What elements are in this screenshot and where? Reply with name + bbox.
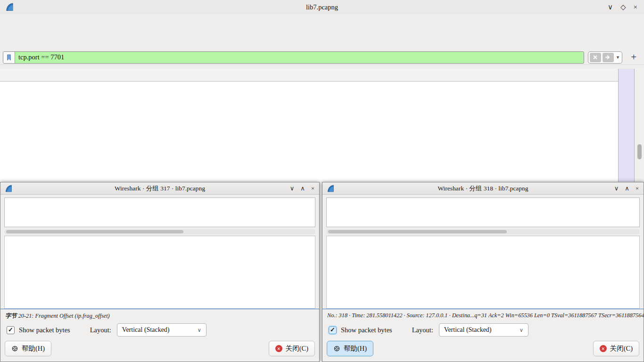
- help-button[interactable]: 帮助(H): [5, 341, 51, 356]
- packet-list-header: [0, 69, 618, 82]
- packet-bytes-pane[interactable]: [326, 236, 640, 309]
- layout-label: Layout:: [90, 326, 111, 334]
- field-status-text: 字节 20-21: Fragment Offset (ip.frag_offse…: [0, 309, 319, 321]
- close-button[interactable]: × 关闭(C): [269, 341, 315, 356]
- window-controls: ∨∧×: [614, 185, 644, 191]
- close-window-icon[interactable]: ×: [636, 185, 639, 191]
- filter-clear-button[interactable]: [590, 53, 601, 62]
- filter-action-group: ▾: [588, 51, 623, 64]
- layout-dropdown[interactable]: Vertical (Stacked) ∨: [439, 323, 528, 337]
- maximize-window-icon[interactable]: ◇: [620, 4, 626, 11]
- scrollbar-handle[interactable]: [637, 144, 642, 159]
- popup-titlebar: Wireshark · 分组 318 · lib7.pcapng ∨∧×: [322, 182, 644, 195]
- detail-buttons-row: 帮助(H) × 关闭(C): [5, 341, 315, 356]
- restore-window-icon[interactable]: ∧: [300, 185, 305, 191]
- packet-list-scrollbar[interactable]: [635, 69, 644, 182]
- layout-dropdown-value: Vertical (Stacked): [122, 326, 170, 334]
- detail-controls-row: ✓ Show packet bytes Layout: Vertical (St…: [7, 323, 314, 337]
- layout-dropdown-value: Vertical (Stacked): [444, 326, 492, 334]
- packet-bytes-pane[interactable]: [4, 236, 315, 309]
- close-window-icon[interactable]: ×: [634, 4, 637, 11]
- close-circle-icon: ×: [275, 345, 282, 352]
- main-titlebar: lib7.pcapng ∨◇×: [0, 0, 644, 14]
- show-packet-bytes-checkbox[interactable]: ✓: [329, 326, 337, 334]
- packet-detail-tree[interactable]: [4, 197, 315, 227]
- packet-detail-tree[interactable]: [326, 197, 640, 227]
- close-circle-icon: ×: [600, 345, 607, 352]
- wireshark-logo-icon: [326, 184, 335, 193]
- wireshark-logo-icon: [5, 1, 15, 13]
- window-title: lib7.pcapng: [0, 3, 644, 11]
- menu-bar: [0, 14, 644, 27]
- scrollbar-handle[interactable]: [6, 230, 183, 233]
- detail-horizontal-scrollbar[interactable]: [326, 229, 640, 234]
- help-icon: [11, 345, 18, 352]
- scrollbar-handle[interactable]: [328, 230, 507, 233]
- packet-minimap-scrollbar[interactable]: [618, 69, 635, 182]
- popup-titlebar: Wireshark · 分组 317 · lib7.pcapng ∨∧×: [0, 182, 319, 195]
- packet-summary-status-text: No.: 318 · Time: 281.558011422 · Source:…: [322, 309, 644, 321]
- filter-text: tcp.port == 7701: [15, 53, 64, 61]
- chevron-down-icon: ∨: [520, 327, 523, 333]
- layout-label: Layout:: [412, 326, 433, 334]
- packet-detail-window-317: Wireshark · 分组 317 · lib7.pcapng ∨∧× 字节 …: [0, 182, 320, 362]
- show-packet-bytes-label: Show packet bytes: [341, 326, 392, 334]
- detail-horizontal-scrollbar[interactable]: [4, 229, 315, 234]
- show-packet-bytes-checkbox[interactable]: ✓: [7, 326, 15, 334]
- filter-dropdown-caret-icon[interactable]: ▾: [615, 54, 621, 60]
- minimize-window-icon[interactable]: ∨: [608, 4, 613, 11]
- show-packet-bytes-label: Show packet bytes: [19, 326, 70, 334]
- packet-detail-window-318: Wireshark · 分组 318 · lib7.pcapng ∨∧× No.…: [322, 182, 644, 362]
- help-button[interactable]: 帮助(H): [327, 341, 373, 356]
- detail-controls-row: ✓ Show packet bytes Layout: Vertical (St…: [329, 323, 638, 337]
- window-controls: ∨◇×: [608, 4, 644, 11]
- filter-apply-button[interactable]: [603, 53, 614, 62]
- close-button[interactable]: × 关闭(C): [593, 341, 639, 356]
- filter-add-button[interactable]: +: [626, 52, 641, 62]
- chevron-down-icon: ∨: [198, 327, 201, 333]
- close-window-icon[interactable]: ×: [311, 185, 314, 191]
- filter-bookmark-button[interactable]: [3, 52, 15, 63]
- main-toolbar: [0, 27, 644, 50]
- layout-dropdown[interactable]: Vertical (Stacked) ∨: [117, 323, 206, 337]
- help-icon: [333, 345, 340, 352]
- popup-title: Wireshark · 分组 317 · lib7.pcapng: [0, 184, 319, 193]
- filter-bar: tcp.port == 7701 ▾ +: [0, 50, 644, 65]
- detail-buttons-row: 帮助(H) × 关闭(C): [327, 341, 639, 356]
- window-controls: ∨∧×: [290, 185, 319, 191]
- minimize-window-icon[interactable]: ∨: [290, 185, 295, 191]
- display-filter-input[interactable]: tcp.port == 7701: [3, 51, 584, 64]
- popup-title: Wireshark · 分组 318 · lib7.pcapng: [322, 184, 644, 193]
- wireshark-logo-icon: [4, 184, 13, 193]
- minimize-window-icon[interactable]: ∨: [614, 185, 619, 191]
- restore-window-icon[interactable]: ∧: [625, 185, 629, 191]
